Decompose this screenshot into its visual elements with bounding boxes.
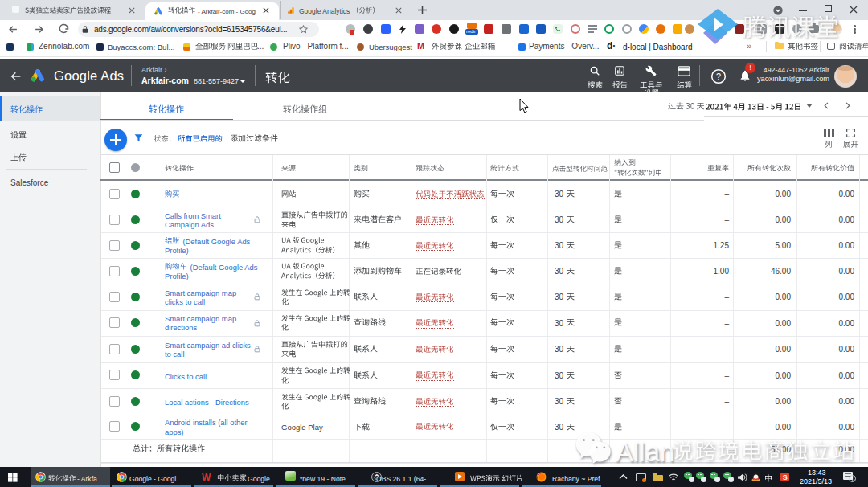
svg-text:?: ? bbox=[716, 72, 721, 81]
